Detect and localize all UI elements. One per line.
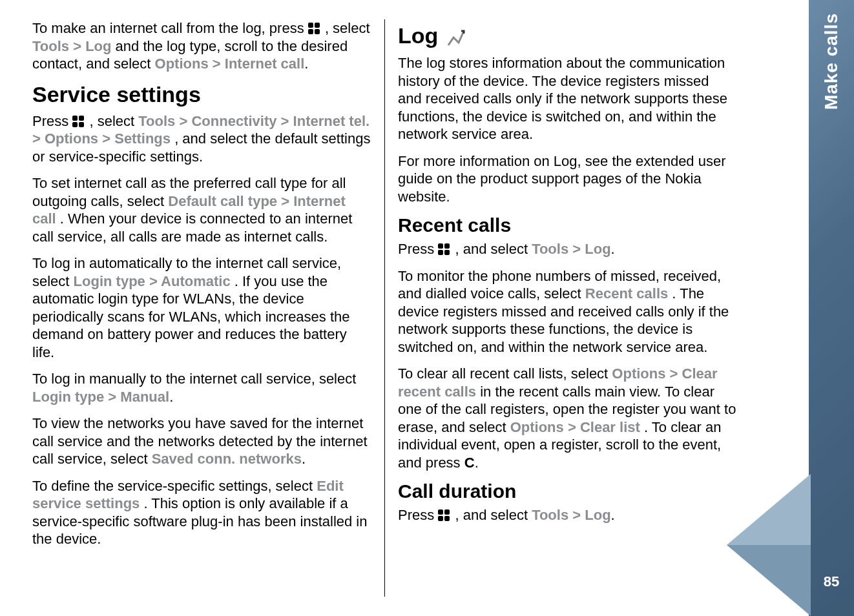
ui-label-tools: Tools xyxy=(138,113,175,129)
paragraph-clear-recent-calls: To clear all recent call lists, select O… xyxy=(398,365,736,471)
separator: > xyxy=(179,113,191,129)
ui-label-login-type: Login type xyxy=(32,389,104,405)
ui-label-manual: Manual xyxy=(120,389,169,405)
text: Press xyxy=(32,113,72,129)
heading-recent-calls: Recent calls xyxy=(398,214,736,236)
ui-label-options: Options xyxy=(510,419,564,435)
left-column: To make an internet call from the log, p… xyxy=(32,19,384,597)
separator: > xyxy=(149,273,161,289)
ui-label-connectivity: Connectivity xyxy=(191,113,276,129)
heading-log: Log xyxy=(398,23,736,49)
menu-key-icon xyxy=(72,116,85,128)
paragraph-call-duration-path: Press , and select Tools > Log. xyxy=(398,506,736,524)
ui-label-options: Options xyxy=(155,56,209,72)
menu-key-icon xyxy=(438,509,451,522)
ui-label-internet-call: Internet call xyxy=(225,56,304,72)
separator: > xyxy=(670,365,682,382)
heading-service-settings: Service settings xyxy=(32,82,371,107)
text: To define the service-specific settings,… xyxy=(32,478,317,494)
ui-label-saved-conn-networks: Saved conn. networks xyxy=(152,451,302,467)
ui-label-clear-list: Clear list xyxy=(580,419,640,435)
page-content: To make an internet call from the log, p… xyxy=(0,0,809,616)
heading-call-duration: Call duration xyxy=(398,480,736,502)
paragraph-default-call-type: To set internet call as the preferred ca… xyxy=(32,174,371,245)
ui-label-options: Options xyxy=(612,365,665,382)
right-column: Log The log stores information about the… xyxy=(384,19,736,597)
text: To make an internet call from the log, p… xyxy=(32,20,308,36)
paragraph-recent-calls-path: Press , and select Tools > Log. xyxy=(398,240,736,258)
paragraph-log-more-info: For more information on Log, see the ext… xyxy=(398,152,736,206)
paragraph-edit-service-settings: To define the service-specific settings,… xyxy=(32,477,371,548)
separator: > xyxy=(572,507,585,523)
ui-label-automatic: Automatic xyxy=(161,273,231,289)
separator: > xyxy=(32,130,45,147)
separator: > xyxy=(102,130,114,147)
side-tab-label: Make calls xyxy=(821,13,842,110)
separator: > xyxy=(281,113,293,129)
text: , select xyxy=(325,20,370,36)
paragraph-service-settings-path: Press , select Tools > Connectivity > In… xyxy=(32,112,371,166)
ui-label-tools: Tools xyxy=(32,38,69,54)
ui-label-default-call-type: Default call type xyxy=(168,193,277,209)
text: Press xyxy=(398,507,438,523)
ui-label-log: Log xyxy=(585,507,610,523)
ui-label-settings: Settings xyxy=(114,130,171,147)
separator: > xyxy=(281,193,293,209)
menu-key-icon xyxy=(308,23,321,36)
menu-key-icon xyxy=(438,243,451,256)
separator: > xyxy=(73,38,85,54)
page-number: 85 xyxy=(824,573,839,590)
paragraph-login-manual: To log in manually to the internet call … xyxy=(32,370,371,406)
ui-label-tools: Tools xyxy=(532,507,568,523)
ui-label-internet-tel: Internet tel. xyxy=(293,113,370,129)
separator: > xyxy=(572,241,585,257)
paragraph-recent-calls-monitor: To monitor the phone numbers of missed, … xyxy=(398,267,736,356)
ui-label-recent-calls: Recent calls xyxy=(585,285,668,302)
key-c: C xyxy=(464,455,475,471)
paragraph-log-description: The log stores information about the com… xyxy=(398,54,736,143)
text: To log in manually to the internet call … xyxy=(32,371,356,387)
ui-label-log: Log xyxy=(585,241,610,257)
text: , select xyxy=(89,113,138,129)
text: Press xyxy=(398,241,438,257)
text: . When your device is connected to an in… xyxy=(32,210,352,245)
text: , and select xyxy=(455,241,532,257)
paragraph-internet-call-from-log: To make an internet call from the log, p… xyxy=(32,19,371,73)
side-tab: Make calls 85 xyxy=(809,0,854,616)
heading-text: Log xyxy=(398,23,438,48)
text: To clear all recent call lists, select xyxy=(398,365,612,382)
separator: > xyxy=(213,56,225,72)
ui-label-login-type: Login type xyxy=(74,273,145,289)
separator: > xyxy=(108,389,120,405)
paragraph-login-automatic: To log in automatically to the internet … xyxy=(32,254,371,361)
ui-label-tools: Tools xyxy=(532,241,568,257)
ui-label-options: Options xyxy=(45,130,98,147)
separator: > xyxy=(568,419,580,435)
log-app-icon xyxy=(444,26,468,49)
text: , and select xyxy=(455,507,532,523)
ui-label-log: Log xyxy=(85,38,111,54)
paragraph-saved-networks: To view the networks you have saved for … xyxy=(32,415,371,468)
